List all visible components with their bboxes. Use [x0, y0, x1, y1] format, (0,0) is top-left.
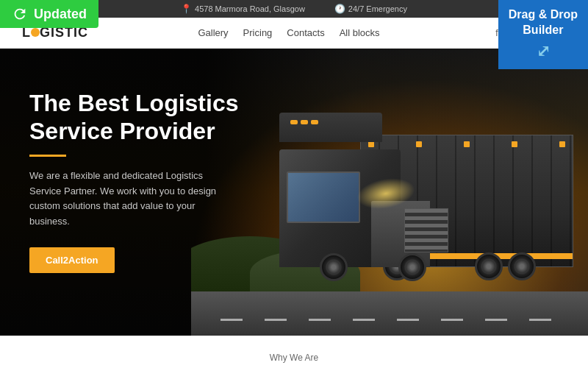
trailer-light-2	[416, 141, 422, 147]
road	[191, 291, 588, 336]
cab	[279, 113, 408, 267]
hero-divider	[29, 155, 66, 157]
cta-button[interactable]: Call2Action	[29, 247, 115, 273]
hero-content: The Best Logistics Service Provider We a…	[29, 89, 265, 273]
wheel-trailer-rear1	[508, 252, 536, 280]
pin-icon: 📍	[181, 4, 192, 14]
wheel-cab-rear	[320, 253, 348, 281]
logo-o-circle	[31, 28, 40, 37]
clock-icon: 🕐	[334, 4, 345, 14]
emergency-info: 🕐 24/7 Emergency	[334, 4, 407, 14]
trailer-light-3	[464, 141, 470, 147]
nav-links: Gallery Pricing Contacts All blocks	[198, 27, 379, 38]
dnd-badge: Drag & Drop Builder ⤢	[498, 0, 588, 69]
trailer-light-4	[512, 141, 517, 147]
trailer-light-5	[559, 141, 565, 147]
nav-allblocks[interactable]: All blocks	[340, 27, 380, 38]
refresh-icon	[12, 6, 28, 22]
cab-light-3	[311, 120, 318, 124]
arrows-icon: ⤢	[509, 41, 578, 63]
road-line	[220, 319, 559, 321]
updated-label: Updated	[34, 7, 87, 22]
cab-light-2	[301, 120, 308, 124]
wheel-trailer-rear2	[475, 252, 503, 280]
wheel-cab-front	[398, 253, 426, 281]
dnd-line2: Builder	[523, 24, 563, 36]
hero-section: The Best Logistics Service Provider We a…	[0, 49, 588, 336]
cab-top	[279, 113, 382, 142]
nav-contacts[interactable]: Contacts	[287, 27, 324, 38]
cab-window	[287, 171, 360, 223]
nav-gallery[interactable]: Gallery	[198, 27, 228, 38]
updated-badge: Updated	[0, 0, 98, 28]
grill	[404, 208, 448, 252]
cab-light-1	[290, 120, 298, 124]
bottom-peek-text: Why We Are	[270, 353, 318, 363]
truck	[250, 104, 573, 295]
nav-pricing[interactable]: Pricing	[243, 27, 273, 38]
hero-description: We are a flexible and dedicated Logistic…	[29, 169, 220, 230]
cab-lights-top	[290, 120, 318, 124]
bottom-peek: Why We Are	[0, 347, 588, 368]
dnd-line1: Drag & Drop	[509, 8, 578, 21]
address-info: 📍 4578 Marmora Road, Glasgow	[181, 4, 305, 14]
hero-title: The Best Logistics Service Provider	[29, 89, 265, 146]
